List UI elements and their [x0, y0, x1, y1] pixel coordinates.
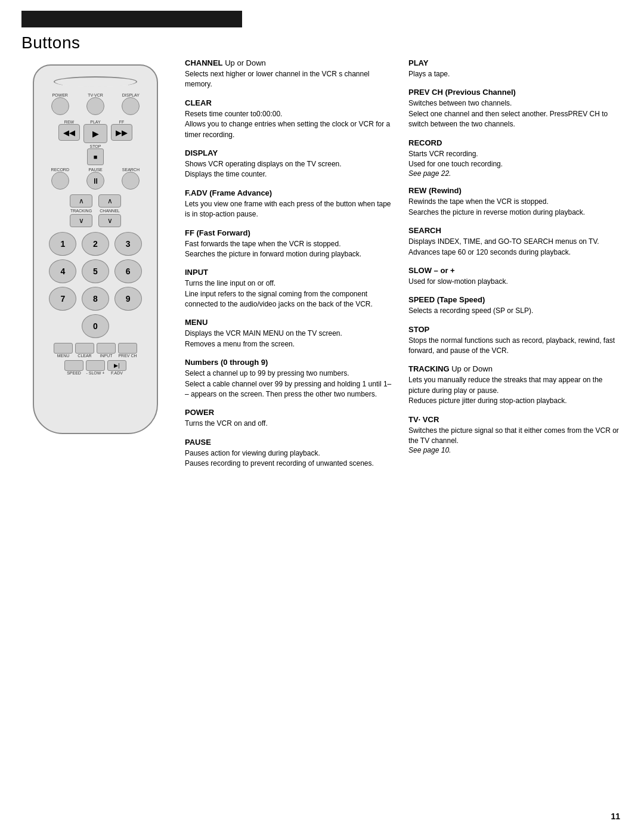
search-label: SEARCH: [122, 168, 140, 172]
stop-button[interactable]: ■: [87, 148, 104, 165]
desc-body-tvvcr: Switches the picture signal so that it e…: [408, 426, 620, 447]
search-button[interactable]: [122, 172, 140, 190]
tracking-down-button[interactable]: ∨: [70, 214, 92, 227]
input-bottom-group: INPUT: [97, 343, 116, 358]
content-area: POWER TV·VCR DISPLAY REW ◀◀: [0, 58, 644, 478]
num-3-button[interactable]: 3: [114, 232, 142, 256]
num-7-button[interactable]: 7: [49, 287, 76, 311]
clear-label: CLEAR: [78, 354, 91, 358]
desc-entry-ff: FF (Fast Forward)Fast forwards the tape …: [185, 228, 397, 260]
clear-button[interactable]: [75, 343, 94, 354]
desc-body-tracking: Lets you manually reduce the streaks tha…: [408, 375, 620, 396]
clear-bottom-group: CLEAR: [75, 343, 94, 358]
speed-bottom-group: SPEED: [64, 360, 83, 375]
display-button[interactable]: [122, 97, 140, 115]
desc-entry-fadv: F.ADV (Frame Advance)Lets you view one f…: [185, 188, 397, 220]
desc-title-numbers: Numbers (0 through 9): [185, 358, 397, 367]
prevch-label: PREV CH: [118, 354, 137, 358]
desc-title-display: DISPLAY: [185, 148, 397, 157]
desc-entry-record: RECORDStarts VCR recording.Used for one …: [408, 138, 620, 178]
fadv-bottom-group: ▶| F.ADV: [107, 360, 126, 375]
prevch-button[interactable]: [118, 343, 137, 354]
slow-label: - SLOW +: [86, 371, 105, 375]
desc-body-numbers: Select a cable channel over 99 by pressi…: [185, 379, 397, 400]
desc-body-clear: Allows you to change entries when settin…: [185, 119, 397, 140]
record-group: RECORD: [51, 168, 69, 190]
ff-button[interactable]: ▶▶: [111, 124, 132, 141]
slow-bottom-group: - SLOW +: [86, 360, 105, 375]
bottom-row-1: MENU CLEAR INPUT PREV CH: [42, 343, 148, 358]
num-5-button[interactable]: 5: [82, 259, 109, 283]
page-number: 11: [611, 812, 620, 821]
desc-entry-menu: MENUDisplays the VCR MAIN MENU on the TV…: [185, 318, 397, 349]
input-button[interactable]: [97, 343, 116, 354]
fadv-button[interactable]: ▶|: [107, 360, 126, 371]
desc-entry-search: SEARCHDisplays INDEX, TIME, and GO-TO SE…: [408, 226, 620, 258]
desc-body-record: Starts VCR recording.: [408, 149, 620, 159]
channel-down-button[interactable]: ∨: [98, 214, 121, 227]
desc-body-rew: Rewinds the tape when the VCR is stopped…: [408, 197, 620, 207]
menu-bottom-button[interactable]: [54, 343, 73, 354]
channel-label: CHANNEL: [100, 209, 119, 213]
remote-control: POWER TV·VCR DISPLAY REW ◀◀: [33, 64, 158, 434]
desc-title-tracking: TRACKING Up or Down: [408, 364, 620, 373]
desc-body-channel: Selects next higher or lower channel in …: [185, 69, 397, 90]
record-button[interactable]: [51, 172, 69, 190]
desc-body-pause: Pauses recording to prevent recording of…: [185, 459, 397, 469]
tracking-channel-group: ∧ TRACKING ∨ ∧ CHANNEL ∨: [42, 194, 148, 227]
display-label: DISPLAY: [122, 93, 140, 97]
tvvcr-btn-group: TV·VCR: [86, 93, 104, 115]
desc-body-rew: Searches the picture in reverse motion d…: [408, 208, 620, 218]
tvvcr-button[interactable]: [86, 97, 104, 115]
pause-button[interactable]: ⏸: [86, 172, 104, 190]
remote-top-curve: [54, 76, 137, 87]
tvvcr-label: TV·VCR: [88, 93, 103, 97]
num-6-button[interactable]: 6: [114, 259, 142, 283]
desc-title-search: SEARCH: [408, 226, 620, 235]
prevch-bottom-group: PREV CH: [118, 343, 137, 358]
desc-entry-stop: STOPStops the normal functions such as r…: [408, 325, 620, 357]
power-button[interactable]: [51, 97, 69, 115]
bottom-row-2: SPEED - SLOW + ▶| F.ADV: [42, 360, 148, 375]
num-8-button[interactable]: 8: [82, 287, 109, 311]
desc-body-menu: Removes a menu from the screen.: [185, 339, 397, 349]
slow-button[interactable]: [86, 360, 105, 371]
num-0-button[interactable]: 0: [82, 314, 109, 338]
desc-italic-tvvcr: See page 10.: [408, 446, 620, 454]
search-group: SEARCH: [122, 168, 140, 190]
num-4-button[interactable]: 4: [49, 259, 76, 283]
tracking-label: TRACKING: [70, 209, 92, 213]
desc-body-stop: Stops the normal functions such as recor…: [408, 336, 620, 357]
num-9-button[interactable]: 9: [114, 287, 142, 311]
rew-button[interactable]: ◀◀: [58, 124, 80, 141]
tracking-up-button[interactable]: ∧: [70, 194, 92, 208]
desc-italic-record: See page 22.: [408, 169, 620, 178]
play-button[interactable]: ▶: [83, 124, 107, 143]
input-label: INPUT: [100, 354, 113, 358]
channel-up-button[interactable]: ∧: [98, 194, 121, 208]
desc-col-1: CHANNEL Up or DownSelects next higher or…: [185, 58, 402, 478]
desc-title-play: PLAY: [408, 58, 620, 67]
desc-title-speed: SPEED (Tape Speed): [408, 295, 620, 304]
pause-label: PAUSE: [89, 168, 103, 172]
speed-button[interactable]: [64, 360, 83, 371]
desc-title-pause: PAUSE: [185, 438, 397, 447]
desc-body-play: Plays a tape.: [408, 69, 620, 79]
desc-body-input: Turns the line input on or off.: [185, 278, 397, 289]
num-2-button[interactable]: 2: [82, 232, 109, 256]
power-label: POWER: [52, 93, 67, 97]
desc-title-power: POWER: [185, 408, 397, 417]
desc-title-menu: MENU: [185, 318, 397, 327]
desc-title-slow: SLOW – or +: [408, 266, 620, 275]
transport-row: REW ◀◀ PLAY ▶ STOP ■ FF ▶▶: [42, 120, 148, 165]
desc-body-tracking: Reduces picture jitter during stop-actio…: [408, 396, 620, 406]
desc-body-menu: Displays the VCR MAIN MENU on the TV scr…: [185, 329, 397, 339]
desc-entry-input: INPUTTurns the line input on or off.Line…: [185, 268, 397, 309]
ff-group: FF ▶▶: [111, 120, 132, 165]
desc-body-record: Used for one touch recording.: [408, 159, 620, 169]
num-1-button[interactable]: 1: [49, 232, 76, 256]
desc-body-search: Advances tape 60 or 120 seconds during p…: [408, 247, 620, 258]
desc-title-record: RECORD: [408, 138, 620, 147]
desc-title-tvvcr: TV· VCR: [408, 415, 620, 424]
desc-entry-speed: SPEED (Tape Speed)Selects a recording sp…: [408, 295, 620, 316]
